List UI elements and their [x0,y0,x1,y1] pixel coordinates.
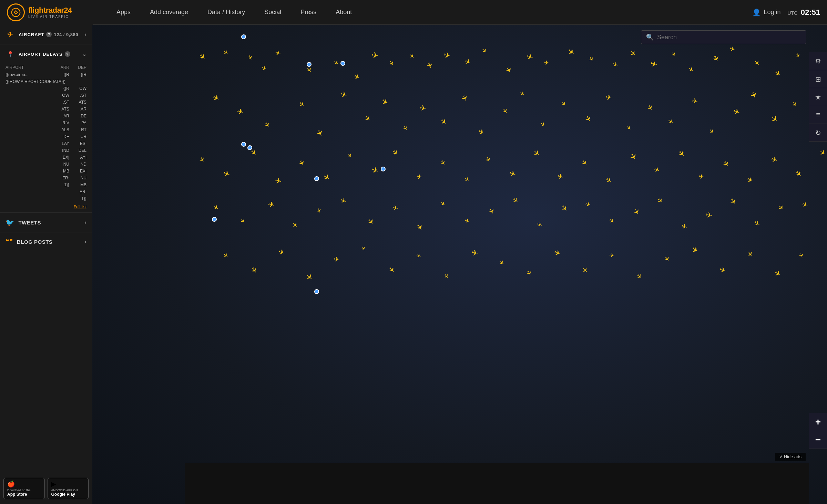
aircraft-plane[interactable]: ✈ [366,217,376,227]
aircraft-plane[interactable]: ✈ [662,255,672,264]
aircraft-plane[interactable]: ✈ [497,258,506,267]
aircraft-plane[interactable]: ✈ [666,117,675,127]
login-button[interactable]: 👤 Log in [752,8,780,17]
aircraft-plane[interactable]: ✈ [211,203,220,213]
aircraft-plane[interactable]: ✈ [525,52,534,63]
aircraft-plane[interactable]: ✈ [419,104,427,114]
aircraft-plane[interactable]: ✈ [559,203,570,214]
logo[interactable]: flightradar24 LIVE AIR TRAFFIC [0,0,93,25]
aircraft-plane[interactable]: ✈ [471,248,479,259]
aircraft-plane[interactable]: ✈ [605,93,613,103]
table-row[interactable]: OW .ST [0,92,92,99]
aircraft-plane[interactable]: ✈ [557,172,565,182]
airport-delays-help-icon[interactable]: ? [65,51,70,57]
aircraft-plane[interactable]: ✈ [635,272,644,281]
aircraft-plane[interactable]: ✈ [732,107,741,118]
filter-button[interactable]: ≡ [809,106,827,124]
aircraft-plane[interactable]: ✈ [408,52,417,61]
full-list-link[interactable]: Full list [74,204,86,209]
aircraft-plane[interactable]: ✈ [439,200,447,208]
aircraft-row[interactable]: ✈ AIRCRAFT ? 124 / 9,880 › [0,25,92,44]
aircraft-plane[interactable]: ✈ [776,203,786,213]
table-row[interactable]: .DE UR [0,133,92,140]
aircraft-plane[interactable]: ✈ [415,251,422,260]
aircraft-plane[interactable]: ✈ [655,196,664,205]
aircraft-plane[interactable]: ✈ [438,159,448,167]
aircraft-plane[interactable]: ✈ [627,151,639,162]
aircraft-plane[interactable]: ✈ [691,97,698,106]
table-row[interactable]: NU ND [0,161,92,168]
settings-button[interactable]: ⚙ [809,52,827,70]
table-row[interactable]: ALS RT [0,126,92,133]
aircraft-plane[interactable]: ✈ [721,158,732,169]
aircraft-plane[interactable]: ✈ [718,265,727,276]
table-row[interactable]: RIV PA [0,119,92,126]
nav-data-history[interactable]: Data / History [198,0,255,25]
aircraft-plane[interactable]: ✈ [797,252,806,260]
aircraft-plane[interactable]: ✈ [752,218,762,229]
aircraft-plane[interactable]: ✈ [274,48,282,57]
aircraft-plane[interactable]: ✈ [631,207,642,217]
table-row[interactable]: ER: [0,188,92,195]
aircraft-plane[interactable]: ✈ [773,69,783,79]
aircraft-plane[interactable]: ✈ [371,50,379,61]
aircraft-plane[interactable]: ✈ [535,220,544,230]
aircraft-plane[interactable]: ✈ [339,196,348,206]
aircraft-plane[interactable]: ✈ [531,148,542,159]
nav-press[interactable]: Press [291,0,326,25]
table-row[interactable]: ATS .AR [0,106,92,113]
aircraft-plane[interactable]: ✈ [245,54,254,62]
aircraft-plane[interactable]: ✈ [604,175,614,185]
grid-button[interactable]: ⊞ [809,70,827,88]
google-play-button[interactable]: ▶ ANDROID APP ON Google Play [48,478,89,499]
table-row[interactable]: .ST ATS [0,99,92,106]
aircraft-plane[interactable]: ✈ [363,113,373,124]
aircraft-plane[interactable]: ✈ [277,248,286,258]
tweets-row[interactable]: 🐦 TWEETS › [0,213,92,232]
aircraft-plane[interactable]: ✈ [260,64,268,73]
aircraft-plane[interactable]: ✈ [687,65,695,74]
aircraft-plane[interactable]: ✈ [552,248,562,259]
aircraft-plane[interactable]: ✈ [414,222,425,232]
aircraft-plane[interactable]: ✈ [391,203,399,213]
aircraft-plane[interactable]: ✈ [748,90,759,100]
aircraft-plane[interactable]: ✈ [653,165,661,175]
aircraft-plane[interactable]: ✈ [463,217,470,225]
nav-apps[interactable]: Apps [107,0,140,25]
aircraft-plane[interactable]: ✈ [438,117,448,127]
aircraft-plane[interactable]: ✈ [353,72,361,82]
aircraft-plane[interactable]: ✈ [211,93,221,104]
aircraft-plane[interactable]: ✈ [333,255,340,264]
aircraft-plane[interactable]: ✈ [504,66,514,75]
favorites-button[interactable]: ★ [809,88,827,106]
aircraft-plane[interactable]: ✈ [669,50,678,58]
aircraft-plane[interactable]: ✈ [583,114,594,124]
aircraft-plane[interactable]: ✈ [511,196,520,205]
table-row[interactable]: ({{ROW.AIRPORT.CODE.IATA}}) [0,78,92,85]
aircraft-plane[interactable]: ✈ [801,200,809,209]
aircraft-plane[interactable]: ✈ [297,99,306,109]
aircraft-plane[interactable]: ✈ [480,46,489,55]
aircraft-plane[interactable]: ✈ [236,107,245,117]
aircraft-plane[interactable]: ✈ [346,151,354,159]
aircraft-plane[interactable]: ✈ [690,244,700,256]
aircraft-plane[interactable]: ✈ [459,93,469,103]
aircraft-plane[interactable]: ✈ [487,207,497,216]
aircraft-plane[interactable]: ✈ [794,52,802,60]
nav-add-coverage[interactable]: Add coverage [140,0,198,25]
aircraft-plane[interactable]: ✈ [650,59,659,70]
aircraft-plane[interactable]: ✈ [745,250,755,259]
table-row[interactable]: LAY ES. [0,140,92,147]
table-row[interactable]: ER: NU [0,175,92,181]
aircraft-plane[interactable]: ✈ [416,172,423,182]
aircraft-plane[interactable]: ✈ [707,127,716,136]
table-row[interactable]: IND DEL [0,147,92,154]
aircraft-plane[interactable]: ✈ [442,272,450,280]
aircraft-plane[interactable]: ✈ [222,169,231,180]
aircraft-plane[interactable]: ✈ [508,169,517,180]
aircraft-plane[interactable]: ✈ [425,61,435,70]
aircraft-plane[interactable]: ✈ [314,128,326,138]
aircraft-plane[interactable]: ✈ [477,127,486,137]
aircraft-plane[interactable]: ✈ [676,148,687,159]
refresh-button[interactable]: ↻ [809,124,827,142]
